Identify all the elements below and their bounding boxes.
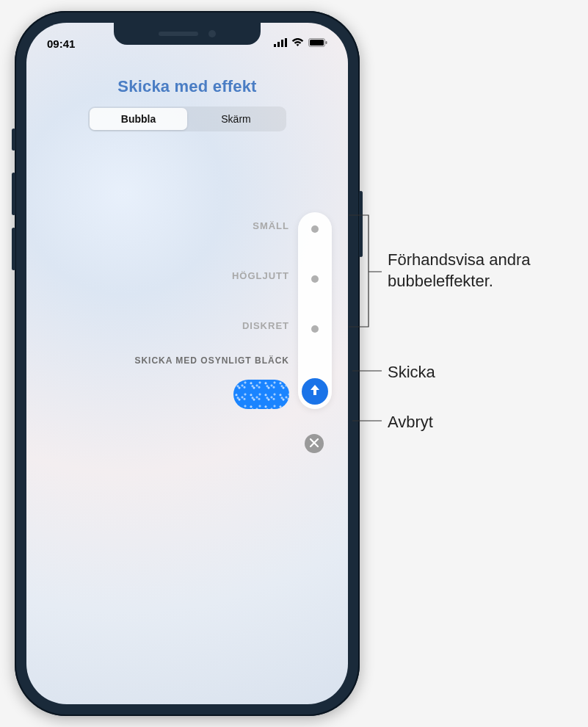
battery-icon bbox=[308, 37, 327, 50]
status-time: 09:41 bbox=[47, 37, 75, 50]
svg-rect-1 bbox=[277, 42, 280, 47]
svg-rect-5 bbox=[310, 40, 324, 46]
cellular-icon bbox=[274, 37, 287, 50]
svg-rect-0 bbox=[274, 44, 276, 47]
notch bbox=[114, 23, 261, 45]
status-icons bbox=[274, 37, 327, 50]
annotation-cancel: Avbryt bbox=[388, 412, 433, 433]
svg-rect-6 bbox=[326, 41, 327, 44]
wifi-icon bbox=[291, 37, 304, 50]
svg-rect-2 bbox=[281, 40, 283, 47]
svg-rect-3 bbox=[285, 38, 287, 47]
annotation-send: Skicka bbox=[388, 362, 435, 383]
annotation-preview: Förhandsvisa andra bubbeleffekter. bbox=[388, 250, 588, 292]
